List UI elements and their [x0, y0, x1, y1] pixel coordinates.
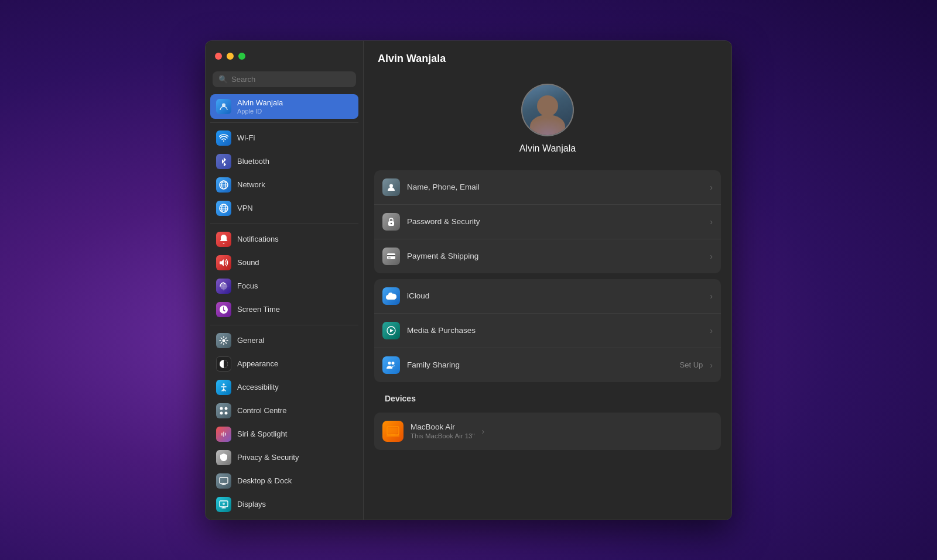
siri-label: Siri & Spotlight [237, 430, 287, 438]
name-phone-row[interactable]: Name, Phone, Email › [374, 170, 721, 205]
sidebar-item-apple-id[interactable]: Alvin Wanjala Apple ID [210, 94, 358, 119]
sidebar: 🔍 Search Alvin Wanjala Apple ID [206, 41, 364, 520]
svg-rect-26 [388, 428, 398, 434]
search-placeholder: Search [231, 75, 255, 84]
family-sharing-row[interactable]: Family Sharing Set Up › [374, 348, 721, 382]
focus-label: Focus [237, 281, 258, 290]
sidebar-item-desktop[interactable]: Desktop & Dock [210, 469, 358, 493]
svg-point-5 [223, 339, 225, 342]
notifications-label: Notifications [237, 235, 279, 243]
controlcentre-label: Control Centre [237, 406, 287, 415]
sidebar-item-general[interactable]: General [210, 329, 358, 352]
vpn-label: VPN [237, 204, 253, 212]
svg-rect-20 [387, 255, 395, 256]
screentime-label: Screen Time [237, 305, 280, 314]
svg-point-16 [389, 184, 393, 187]
sidebar-item-displays[interactable]: Displays [210, 493, 358, 516]
desktop-label: Desktop & Dock [237, 476, 292, 485]
minimize-button[interactable] [227, 53, 234, 60]
sidebar-item-notifications[interactable]: Notifications [210, 228, 358, 251]
payment-icon [382, 248, 400, 265]
controlcentre-icon [216, 403, 231, 418]
maximize-button[interactable] [238, 53, 245, 60]
payment-row[interactable]: Payment & Shipping › [374, 239, 721, 273]
icloud-label: iCloud [407, 291, 703, 300]
sidebar-item-focus[interactable]: Focus [210, 274, 358, 298]
titlebar [206, 41, 363, 71]
apple-id-name: Alvin Wanjala [237, 98, 283, 107]
svg-point-18 [391, 222, 392, 224]
svg-point-11 [225, 411, 228, 414]
sound-icon [216, 255, 231, 270]
sidebar-item-siri[interactable]: Siri & Spotlight [210, 422, 358, 446]
sound-label: Sound [237, 258, 259, 267]
svg-point-15 [223, 503, 225, 505]
sidebar-item-sound[interactable]: Sound [210, 251, 358, 274]
icloud-row[interactable]: iCloud › [374, 279, 721, 314]
search-box[interactable]: 🔍 Search [213, 71, 356, 87]
media-purchases-row[interactable]: Media & Purchases › [374, 314, 721, 348]
wifi-icon [216, 130, 231, 146]
name-phone-chevron: › [710, 183, 713, 192]
sidebar-section-general: General Appearance [210, 329, 358, 516]
macbook-subtitle: This MacBook Air 13" [411, 432, 475, 439]
avatar [521, 84, 574, 136]
svg-point-8 [220, 407, 223, 410]
macbook-label: MacBook Air [411, 422, 475, 431]
sidebar-item-bluetooth[interactable]: Bluetooth [210, 150, 358, 173]
name-phone-icon [382, 178, 400, 196]
system-preferences-window: 🔍 Search Alvin Wanjala Apple ID [205, 40, 732, 520]
bluetooth-label: Bluetooth [237, 157, 269, 166]
media-chevron: › [710, 326, 713, 335]
name-phone-label: Name, Phone, Email [407, 183, 703, 191]
sidebar-list: Alvin Wanjala Apple ID [206, 94, 363, 520]
password-label: Password & Security [407, 217, 703, 226]
privacy-icon [216, 450, 231, 465]
profile-name: Alvin Wanjala [519, 143, 576, 154]
appearance-label: Appearance [237, 359, 278, 368]
sidebar-item-network[interactable]: Network [210, 173, 358, 197]
privacy-label: Privacy & Security [237, 453, 299, 462]
close-button[interactable] [215, 53, 222, 60]
main-header: Alvin Wanjala [364, 41, 731, 72]
avatar-glow [522, 118, 573, 135]
svg-rect-13 [220, 477, 228, 483]
wifi-label: Wi-Fi [237, 133, 255, 142]
general-icon [216, 333, 231, 348]
sidebar-section-system: Notifications Sound [210, 228, 358, 321]
family-setup: Set Up [680, 360, 703, 369]
password-chevron: › [710, 217, 713, 226]
sidebar-item-privacy[interactable]: Privacy & Security [210, 446, 358, 469]
family-icon [382, 356, 400, 374]
sidebar-section-appleid: Alvin Wanjala Apple ID [210, 94, 358, 119]
sidebar-item-accessibility[interactable]: Accessibility [210, 376, 358, 399]
svg-point-24 [392, 362, 395, 365]
sidebar-item-appearance[interactable]: Appearance [210, 352, 358, 376]
family-label: Family Sharing [407, 360, 673, 369]
sidebar-item-controlcentre[interactable]: Control Centre [210, 399, 358, 422]
icloud-chevron: › [710, 291, 713, 301]
search-icon: 🔍 [218, 75, 228, 84]
network-label: Network [237, 180, 265, 189]
sidebar-item-vpn[interactable]: VPN [210, 197, 358, 220]
accessibility-icon [216, 380, 231, 395]
desktop-icon [216, 473, 231, 489]
svg-point-23 [388, 362, 391, 365]
svg-point-9 [225, 407, 228, 410]
sidebar-item-wifi[interactable]: Wi-Fi [210, 126, 358, 150]
macbook-row[interactable]: MacBook Air This MacBook Air 13" › [374, 413, 721, 450]
media-label: Media & Purchases [407, 326, 703, 335]
sidebar-item-screentime[interactable]: Screen Time [210, 298, 358, 321]
devices-card: MacBook Air This MacBook Air 13" › [374, 413, 721, 450]
device-info: MacBook Air This MacBook Air 13" [411, 422, 475, 439]
siri-icon [216, 427, 231, 442]
screentime-icon [216, 302, 231, 317]
payment-label: Payment & Shipping [407, 252, 703, 260]
media-icon [382, 322, 400, 339]
macbook-icon [382, 421, 403, 442]
password-row[interactable]: Password & Security › [374, 205, 721, 239]
cards-container: Name, Phone, Email › Password & Security… [364, 170, 731, 459]
apple-id-icon [216, 99, 231, 114]
main-content: Alvin Wanjala Alvin Wanjala Nam [364, 41, 731, 520]
devices-section-header: Devices [374, 388, 721, 407]
